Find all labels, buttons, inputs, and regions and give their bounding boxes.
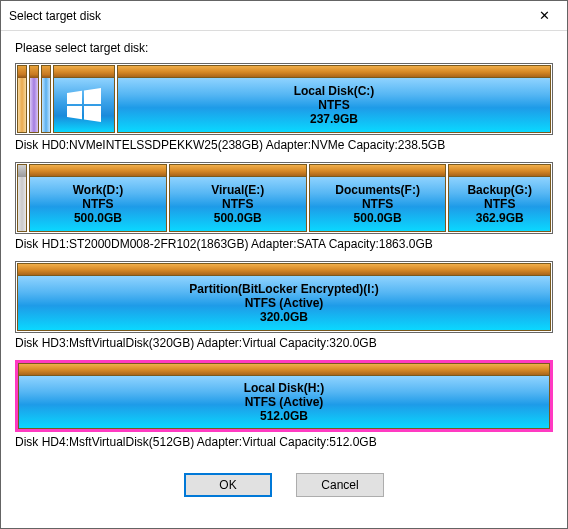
close-button[interactable]: ✕	[522, 1, 567, 30]
dialog-content: Please select target disk: Local Disk(C:…	[1, 31, 567, 465]
partition-fs: NTFS (Active)	[245, 296, 324, 310]
partition-size: 500.0GB	[74, 211, 122, 225]
partition-fs: NTFS (Active)	[245, 395, 324, 409]
partition-fs: NTFS	[222, 197, 253, 211]
partition-size: 362.9GB	[476, 211, 524, 225]
window-title: Select target disk	[9, 9, 522, 23]
system-strip[interactable]	[17, 65, 27, 133]
disk-row[interactable]: Partition(BitLocker Encrypted)(I:)NTFS (…	[15, 261, 553, 333]
partition-name: Local Disk(H:)	[244, 381, 325, 395]
partition[interactable]: Backup(G:)NTFS362.9GB	[448, 164, 551, 232]
cancel-button-label: Cancel	[321, 478, 358, 492]
ok-button[interactable]: OK	[184, 473, 272, 497]
disk-row[interactable]: Local Disk(H:)NTFS (Active)512.0GB	[15, 360, 553, 432]
disk-row[interactable]: Local Disk(C:)NTFS237.9GB	[15, 63, 553, 135]
partition-size: 320.0GB	[260, 310, 308, 324]
windows-logo-partition[interactable]	[53, 65, 115, 133]
system-strip[interactable]	[29, 65, 39, 133]
button-bar: OK Cancel	[1, 465, 567, 509]
ok-button-label: OK	[219, 478, 236, 492]
partition[interactable]: Local Disk(C:)NTFS237.9GB	[117, 65, 551, 133]
windows-icon	[64, 85, 104, 125]
partition-name: Partition(BitLocker Encrypted)(I:)	[189, 282, 378, 296]
partition-size: 512.0GB	[260, 409, 308, 423]
disk-info: Disk HD4:MsftVirtualDisk(512GB) Adapter:…	[15, 435, 553, 449]
partition[interactable]: Local Disk(H:)NTFS (Active)512.0GB	[18, 363, 550, 429]
svg-marker-0	[67, 91, 82, 104]
partition-fs: NTFS	[82, 197, 113, 211]
partition-fs: NTFS	[362, 197, 393, 211]
disk-block: Work(D:)NTFS500.0GBVirual(E:)NTFS500.0GB…	[15, 162, 553, 251]
partition-name: Virual(E:)	[211, 183, 264, 197]
prompt-text: Please select target disk:	[15, 41, 553, 55]
partition[interactable]: Documents(F:)NTFS500.0GB	[309, 164, 447, 232]
partition-size: 500.0GB	[354, 211, 402, 225]
disk-info: Disk HD1:ST2000DM008-2FR102(1863GB) Adap…	[15, 237, 553, 251]
partition[interactable]: Work(D:)NTFS500.0GB	[29, 164, 167, 232]
partition-name: Backup(G:)	[467, 183, 532, 197]
disk-row[interactable]: Work(D:)NTFS500.0GBVirual(E:)NTFS500.0GB…	[15, 162, 553, 234]
system-strip[interactable]	[41, 65, 51, 133]
partition-name: Documents(F:)	[335, 183, 420, 197]
disk-block: Local Disk(C:)NTFS237.9GBDisk HD0:NVMeIN…	[15, 63, 553, 152]
disk-info: Disk HD3:MsftVirtualDisk(320GB) Adapter:…	[15, 336, 553, 350]
partition-name: Work(D:)	[73, 183, 123, 197]
cancel-button[interactable]: Cancel	[296, 473, 384, 497]
system-strip[interactable]	[17, 164, 27, 232]
disks-container: Local Disk(C:)NTFS237.9GBDisk HD0:NVMeIN…	[15, 63, 553, 449]
partition[interactable]: Virual(E:)NTFS500.0GB	[169, 164, 307, 232]
partition-name: Local Disk(C:)	[294, 84, 375, 98]
svg-marker-3	[84, 106, 101, 122]
partition-size: 237.9GB	[310, 112, 358, 126]
svg-marker-1	[84, 88, 101, 104]
disk-block: Partition(BitLocker Encrypted)(I:)NTFS (…	[15, 261, 553, 350]
partition-fs: NTFS	[484, 197, 515, 211]
close-icon: ✕	[539, 8, 550, 23]
title-bar: Select target disk ✕	[1, 1, 567, 31]
disk-block: Local Disk(H:)NTFS (Active)512.0GBDisk H…	[15, 360, 553, 449]
partition-fs: NTFS	[318, 98, 349, 112]
partition[interactable]: Partition(BitLocker Encrypted)(I:)NTFS (…	[17, 263, 551, 331]
svg-marker-2	[67, 106, 82, 119]
disk-info: Disk HD0:NVMeINTELSSDPEKKW25(238GB) Adap…	[15, 138, 553, 152]
partition-size: 500.0GB	[214, 211, 262, 225]
